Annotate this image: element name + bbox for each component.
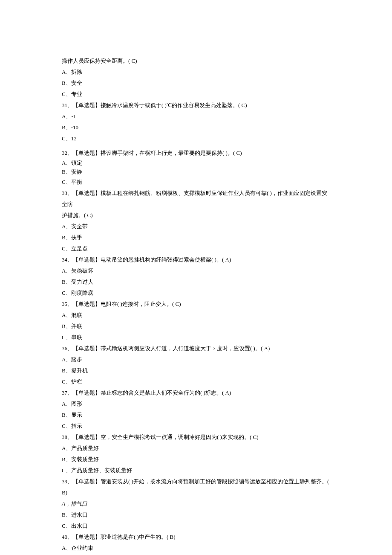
- q36-opt-b: B、提升机: [62, 365, 330, 376]
- q36-opt-c: C、护栏: [62, 376, 330, 387]
- q40-opt-a: A、企业约束: [62, 543, 330, 554]
- q35-opt-c: C、串联: [62, 332, 330, 343]
- q40-text: 40、【单选题】职业道德是在( )中产生的。( B): [62, 532, 330, 543]
- q31-opt-c: C、12: [62, 133, 330, 144]
- intro-opt-a: A、拆除: [62, 67, 330, 78]
- q36-text: 36、【单选题】带式输送机两侧应设人行道，人行道坡度大于 7 度时，应设置( )…: [62, 343, 330, 354]
- q35-text: 35、【单选题】电阻在( )连接时，阻止变大。( C): [62, 299, 330, 310]
- q38-opt-c: C、产品质量好、安装质量好: [62, 465, 330, 476]
- q32-opt-a: A、镇定: [62, 159, 330, 168]
- q31-text: 31、【单选题】接触冷水温度等于或低于( )℃的作业容易发生高处坠落。( C): [62, 100, 330, 111]
- q37-opt-a: A、图形: [62, 398, 330, 410]
- intro-text: 操作人员应保持安全距离。( C): [62, 55, 330, 67]
- q34-opt-b: B、受力过大: [62, 276, 330, 288]
- q35-opt-a: A、混联: [62, 310, 330, 321]
- q34-opt-c: C、刚度降底: [62, 288, 330, 299]
- q32-text: 32、【单选题】搭设脚手架时，在横杆上行走，最重要的是要保持( )。( C): [62, 148, 330, 159]
- q39-text: 39、【单选题】管道安装从( )开始，按水流方向将预制加工好的管段按照编号运放至…: [62, 476, 330, 498]
- q36-opt-a: A、踏步: [62, 354, 330, 365]
- q33-text-b: 护措施。( C): [62, 210, 330, 221]
- q34-opt-a: A、失稳破坏: [62, 265, 330, 276]
- q38-opt-a: A、产品质量好: [62, 443, 330, 454]
- q37-opt-b: B、显示: [62, 410, 330, 421]
- q37-text: 37、【单选题】禁止标志的含义是禁止人们不安全行为的( )标志。( A): [62, 387, 330, 398]
- q39-opt-a: A，排气口: [62, 498, 330, 509]
- q39-opt-b: B、进水口: [62, 509, 330, 520]
- q32-opt-c: C、平衡: [62, 177, 330, 188]
- q38-opt-b: B、安装质量好: [62, 454, 330, 465]
- q33-opt-b: B、扶手: [62, 232, 330, 243]
- q40-opt-b: B、职业活动实践: [62, 554, 330, 555]
- q39-opt-c: C、出水口: [62, 520, 330, 532]
- q38-text: 38、【单选题】空，安全生产模拟考试一点通，调制冷好是因为( )来实现的。( C…: [62, 432, 330, 443]
- q31-opt-b: B、-10: [62, 122, 330, 133]
- q33-text-a: 33、【单选题】模板工程在绑扎钢筋、粉刷模板、支撑模板时应保证作业人员有可靠( …: [62, 188, 330, 210]
- q34-text: 34、【单选题】电动吊篮的悬挂机构的纤绳张得过紧会使横梁( )。( A): [62, 254, 330, 265]
- q35-opt-b: B、并联: [62, 321, 330, 332]
- q37-opt-c: C、指示: [62, 421, 330, 432]
- q32-opt-b: B、安静: [62, 168, 330, 177]
- intro-opt-b: B、安全: [62, 78, 330, 89]
- q31-opt-a: A、-1: [62, 111, 330, 122]
- q33-opt-c: C、立足点: [62, 243, 330, 254]
- q33-opt-a: A、安全带: [62, 221, 330, 232]
- intro-opt-c: C、专业: [62, 89, 330, 100]
